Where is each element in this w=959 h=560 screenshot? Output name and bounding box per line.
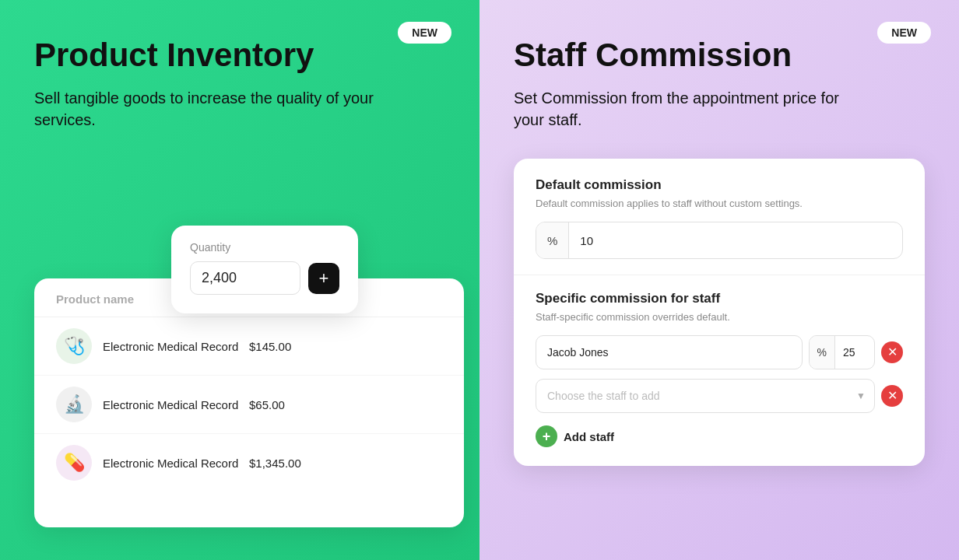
product-name: Electronic Medical Record (103, 398, 238, 411)
specific-commission-desc: Staff-specific commission overrides defa… (536, 311, 903, 323)
product-avatar: 💊 (56, 445, 92, 481)
new-badge-left: NEW (398, 22, 451, 44)
staff-percent: % (810, 336, 835, 369)
product-cell: 🔬 Electronic Medical Record (56, 387, 249, 422)
product-name: Electronic Medical Record (103, 340, 238, 353)
left-panel-desc: Sell tangible goods to increase the qual… (34, 87, 392, 131)
product-price: $1,345.00 (249, 457, 442, 470)
staff-select[interactable]: Choose the staff to add (536, 379, 875, 413)
quantity-label: Quantity (190, 241, 339, 254)
default-commission-input[interactable] (569, 234, 902, 247)
default-commission-desc: Default commission applies to staff with… (536, 198, 903, 209)
left-panel-title: Product Inventory (34, 37, 445, 73)
staff-commission-row: % ✕ (536, 335, 903, 369)
product-inventory-panel: NEW Product Inventory Sell tangible good… (0, 0, 480, 560)
table-row: 🔬 Electronic Medical Record $65.00 (34, 376, 464, 434)
specific-commission-section: Specific commission for staff Staff-spec… (514, 275, 925, 466)
staff-commission-input-wrap: % (809, 335, 875, 369)
staff-select-row: Choose the staff to add ▼ ✕ (536, 379, 903, 413)
staff-value-input[interactable] (835, 336, 874, 369)
add-staff-button[interactable]: + Add staff (536, 425, 614, 447)
product-avatar: 🩺 (56, 328, 92, 364)
staff-select-wrapper: Choose the staff to add ▼ (536, 379, 875, 413)
quantity-card: Quantity 2,400 + (171, 226, 358, 313)
product-table-card: Product name Purchase pri 🩺 Electronic M… (34, 278, 464, 527)
add-icon: + (536, 425, 557, 447)
remove-staff-select-button[interactable]: ✕ (881, 385, 903, 407)
quantity-plus-button[interactable]: + (308, 263, 339, 294)
new-badge-right: NEW (877, 22, 931, 44)
product-cell: 💊 Electronic Medical Record (56, 445, 249, 481)
default-commission-input-row: % (536, 222, 903, 259)
remove-staff-button[interactable]: ✕ (881, 341, 903, 363)
specific-commission-title: Specific commission for staff (536, 291, 903, 306)
product-price: $145.00 (249, 340, 442, 353)
default-commission-title: Default commission (536, 177, 903, 193)
table-row: 🩺 Electronic Medical Record $145.00 (34, 317, 464, 376)
right-panel-desc: Set Commission from the appointment pric… (514, 87, 872, 131)
product-name: Electronic Medical Record (103, 457, 238, 470)
default-commission-section: Default commission Default commission ap… (514, 159, 925, 275)
right-panel-title: Staff Commission (514, 37, 925, 73)
quantity-value: 2,400 (190, 261, 300, 295)
product-price: $65.00 (249, 398, 442, 411)
table-row: 💊 Electronic Medical Record $1,345.00 (34, 434, 464, 492)
commission-prefix: % (536, 222, 569, 258)
staff-commission-panel: NEW Staff Commission Set Commission from… (480, 0, 959, 560)
add-staff-label: Add staff (564, 430, 614, 443)
staff-name-input[interactable] (536, 335, 803, 369)
product-cell: 🩺 Electronic Medical Record (56, 328, 249, 364)
commission-combined-card: Default commission Default commission ap… (514, 159, 925, 466)
product-avatar: 🔬 (56, 387, 92, 422)
